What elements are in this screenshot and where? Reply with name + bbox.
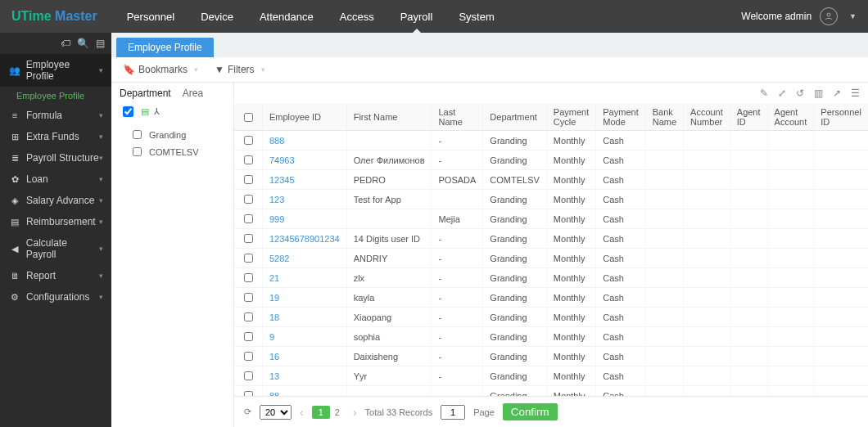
row-checkbox[interactable]	[244, 312, 253, 321]
nav-attendance[interactable]: Attendance	[246, 0, 327, 33]
row-checkbox[interactable]	[244, 293, 253, 302]
tree-checkbox[interactable]	[133, 147, 142, 156]
employee-id-link[interactable]: 18	[263, 308, 347, 327]
col-first-name[interactable]: First Name	[346, 104, 432, 131]
tree-node-comtelsv[interactable]: COMTELSV	[120, 143, 225, 160]
export-icon[interactable]: ↗	[833, 88, 841, 99]
topbar: UTime Master PersonnelDeviceAttendanceAc…	[0, 0, 868, 33]
sidebar-item-reimbursement[interactable]: ▤Reimbursement▾	[0, 211, 111, 232]
employee-id-link[interactable]: 88	[263, 386, 347, 397]
employee-id-link[interactable]: 74963	[263, 151, 347, 170]
page-2[interactable]: 2	[330, 406, 345, 419]
row-checkbox[interactable]	[244, 136, 253, 145]
page-input[interactable]	[441, 405, 465, 420]
nav-personnel[interactable]: Personnel	[114, 0, 188, 33]
col-agent-account[interactable]: Agent Account	[767, 104, 814, 131]
col-account-number[interactable]: Account Number	[684, 104, 730, 131]
sidebar-item-salary-advance[interactable]: ◈Salary Advance▾	[0, 190, 111, 211]
col-department[interactable]: Department	[483, 104, 547, 131]
employee-id-link[interactable]: 123	[263, 190, 347, 209]
columns-icon[interactable]: ▥	[814, 88, 823, 99]
filters-button[interactable]: ▼ Filters ▾	[215, 64, 265, 75]
bookmarks-button[interactable]: 🔖 Bookmarks ▾	[123, 64, 198, 75]
refresh-icon[interactable]: ↺	[796, 88, 804, 99]
cell-empty	[767, 249, 814, 268]
employee-id-link[interactable]: 13	[263, 366, 347, 386]
page-1[interactable]: 1	[312, 406, 330, 419]
sidebar-item-formula[interactable]: ≡Formula▾	[0, 105, 111, 126]
cell-payment-cycle: Monthly	[546, 249, 595, 268]
col-payment-cycle[interactable]: Payment Cycle	[546, 104, 595, 131]
sidebar-sub-employee-profile[interactable]: Employee Profile	[0, 87, 111, 105]
col-employee-id[interactable]: Employee ID	[263, 104, 347, 131]
sidebar-icon: ◈	[8, 196, 21, 206]
row-checkbox[interactable]	[244, 214, 253, 223]
col-personnel-id[interactable]: Personnel ID	[814, 104, 868, 131]
select-all-checkbox[interactable]	[244, 113, 253, 122]
employee-id-link[interactable]: 12345678901234	[263, 229, 347, 249]
expand-icon[interactable]: ⤢	[778, 88, 786, 99]
sidebar-label: Salary Advance	[26, 195, 94, 206]
collapse-icon[interactable]: ▤	[96, 38, 105, 49]
sidebar-item-calculate-payroll[interactable]: ◀Calculate Payroll▾	[0, 232, 111, 265]
employee-id-link[interactable]: 19	[263, 288, 347, 308]
tree-node-granding[interactable]: Granding	[120, 126, 225, 143]
row-checkbox[interactable]	[244, 332, 253, 341]
col-payment-mode[interactable]: Payment Mode	[596, 104, 645, 131]
cell-payment-cycle: Monthly	[546, 386, 595, 397]
sidebar-item-configurations[interactable]: ⚙Configurations▾	[0, 286, 111, 308]
nav-payroll[interactable]: Payroll	[387, 0, 446, 33]
settings-icon[interactable]: ☰	[851, 88, 860, 99]
row-checkbox[interactable]	[244, 155, 253, 164]
sidebar-item-employee-profile[interactable]: 👥Employee Profile▾	[0, 54, 111, 87]
cell-department: COMTELSV	[483, 170, 547, 190]
cell-empty	[814, 209, 868, 229]
tag-icon[interactable]: 🏷	[61, 38, 70, 49]
bookmark-icon: 🔖	[123, 64, 135, 75]
row-checkbox[interactable]	[244, 352, 253, 361]
tree-list-icon[interactable]: ▤	[141, 106, 149, 117]
edit-icon[interactable]: ✎	[760, 88, 768, 99]
cell-empty	[767, 268, 814, 288]
tree-tab-department[interactable]: Department	[120, 88, 171, 99]
nav-device[interactable]: Device	[188, 0, 246, 33]
col-bank-name[interactable]: Bank Name	[645, 104, 683, 131]
row-checkbox[interactable]	[244, 273, 253, 282]
row-checkbox[interactable]	[244, 175, 253, 184]
chevron-down-icon: ▾	[99, 218, 103, 226]
employee-id-link[interactable]: 5282	[263, 249, 347, 268]
avatar[interactable]	[820, 7, 838, 25]
logo-master: Master	[52, 9, 97, 23]
employee-id-link[interactable]: 888	[263, 131, 347, 151]
tab-employee-profile[interactable]: Employee Profile	[116, 38, 214, 57]
user-menu-caret[interactable]: ▼	[849, 12, 857, 20]
page-size-select[interactable]: 20	[260, 405, 292, 420]
employee-id-link[interactable]: 21	[263, 268, 347, 288]
col-last-name[interactable]: Last Name	[432, 104, 483, 131]
sidebar-item-extra-funds[interactable]: ⊞Extra Funds▾	[0, 126, 111, 147]
row-checkbox[interactable]	[244, 234, 253, 243]
prev-page[interactable]: ‹	[300, 406, 304, 419]
row-checkbox[interactable]	[244, 195, 253, 204]
employee-id-link[interactable]: 9	[263, 327, 347, 347]
employee-id-link[interactable]: 12345	[263, 170, 347, 190]
sidebar-item-report[interactable]: 🗎Report▾	[0, 265, 111, 286]
tree-tab-area[interactable]: Area	[183, 88, 203, 99]
search-icon[interactable]: 🔍	[77, 38, 89, 49]
next-page[interactable]: ›	[353, 406, 357, 419]
tree-checkbox[interactable]	[133, 130, 142, 139]
row-checkbox[interactable]	[244, 254, 253, 263]
sidebar-item-loan[interactable]: ✿Loan▾	[0, 169, 111, 190]
nav-access[interactable]: Access	[327, 0, 387, 33]
sidebar-item-payroll-structure[interactable]: ≣Payroll Structure▾	[0, 147, 111, 169]
confirm-button[interactable]: Confirm	[503, 403, 558, 420]
reload-icon[interactable]: ⟳	[244, 407, 251, 417]
nav-system[interactable]: System	[445, 0, 507, 33]
employee-id-link[interactable]: 16	[263, 347, 347, 366]
col-agent-id[interactable]: Agent ID	[730, 104, 767, 131]
employee-id-link[interactable]: 999	[263, 209, 347, 229]
tree-hierarchy-icon[interactable]: ⅄	[154, 106, 160, 117]
row-checkbox[interactable]	[244, 371, 253, 380]
cell-empty	[645, 386, 683, 397]
tree-select-all[interactable]	[123, 106, 133, 117]
